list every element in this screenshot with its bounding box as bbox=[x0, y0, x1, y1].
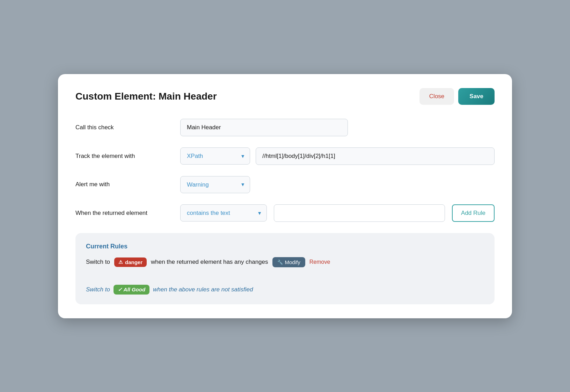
current-rules-title: Current Rules bbox=[86, 243, 484, 250]
default-rule: Switch to ✓ All Good when the above rule… bbox=[86, 285, 484, 295]
modify-label: Modify bbox=[285, 259, 300, 265]
default-rule-suffix: when the above rules are not satisfied bbox=[153, 286, 253, 293]
xpath-input[interactable] bbox=[256, 147, 495, 165]
alert-row: Alert me with Warning Danger Info ▼ bbox=[75, 176, 495, 193]
header-buttons: Close Save bbox=[419, 88, 495, 105]
modal-title: Custom Element: Main Header bbox=[75, 91, 217, 102]
when-select[interactable]: contains the text does not contain the t… bbox=[180, 204, 267, 222]
danger-badge: ⚠ danger bbox=[114, 257, 147, 267]
when-label: When the returned element bbox=[75, 210, 173, 217]
track-select-wrapper: XPath CSS Selector ID ▼ bbox=[180, 147, 250, 165]
modal-header: Custom Element: Main Header Close Save bbox=[75, 88, 495, 105]
when-text-input[interactable] bbox=[274, 204, 445, 222]
track-select[interactable]: XPath CSS Selector ID bbox=[180, 147, 250, 165]
alert-select[interactable]: Warning Danger Info bbox=[180, 176, 250, 193]
rule1-suffix: when the returned element has any change… bbox=[151, 259, 268, 266]
remove-button[interactable]: Remove bbox=[309, 259, 330, 265]
rule-item-1: Switch to ⚠ danger when the returned ele… bbox=[86, 257, 484, 267]
check-name-row: Call this check bbox=[75, 119, 495, 136]
current-rules-section: Current Rules Switch to ⚠ danger when th… bbox=[75, 233, 495, 304]
danger-badge-label: danger bbox=[125, 259, 142, 265]
add-rule-button[interactable]: Add Rule bbox=[452, 204, 495, 222]
allgood-badge-label: ✓ All Good bbox=[118, 286, 145, 293]
rule1-prefix: Switch to bbox=[86, 259, 110, 266]
check-name-input[interactable] bbox=[180, 119, 348, 136]
check-name-label: Call this check bbox=[75, 124, 173, 131]
when-row: When the returned element contains the t… bbox=[75, 204, 495, 222]
track-element-row: Track the element with XPath CSS Selecto… bbox=[75, 147, 495, 165]
alert-label: Alert me with bbox=[75, 181, 173, 188]
modify-button[interactable]: 🔧 Modify bbox=[272, 257, 305, 267]
allgood-badge: ✓ All Good bbox=[114, 285, 149, 295]
warning-icon: ⚠ bbox=[118, 259, 123, 265]
when-select-wrapper: contains the text does not contain the t… bbox=[180, 204, 267, 222]
wrench-icon: 🔧 bbox=[277, 260, 283, 265]
alert-select-wrapper: Warning Danger Info ▼ bbox=[180, 176, 250, 193]
track-controls: XPath CSS Selector ID ▼ bbox=[180, 147, 495, 165]
close-button[interactable]: Close bbox=[419, 88, 454, 105]
custom-element-modal: Custom Element: Main Header Close Save C… bbox=[58, 74, 512, 318]
track-label: Track the element with bbox=[75, 153, 173, 160]
save-button[interactable]: Save bbox=[458, 88, 495, 105]
default-rule-prefix: Switch to bbox=[86, 286, 110, 293]
